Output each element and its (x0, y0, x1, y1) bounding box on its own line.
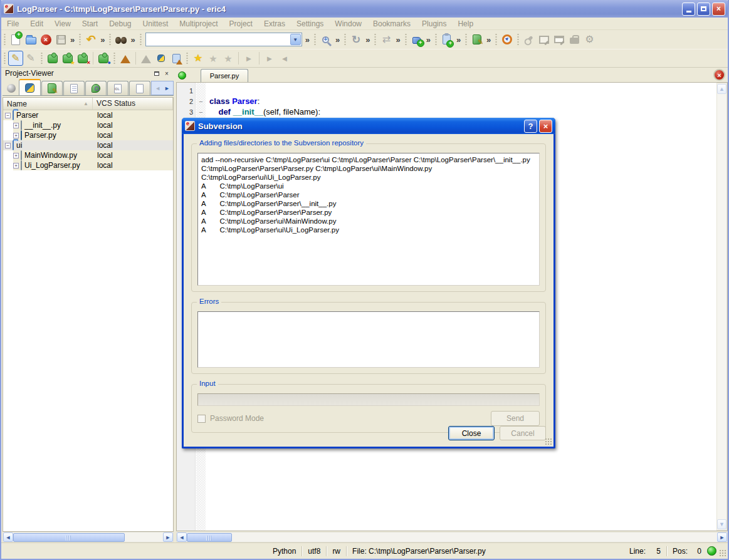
toolbar-handle[interactable] (3, 52, 6, 65)
tab-others[interactable] (129, 81, 150, 95)
refresh-button[interactable]: ↻ (349, 32, 364, 47)
edit-project-button[interactable] (469, 32, 485, 47)
sync-button[interactable]: ⇄ (379, 32, 394, 47)
tab-interfaces[interactable] (107, 81, 128, 95)
tree-expand-icon[interactable]: + (13, 163, 19, 169)
open-file-button[interactable] (23, 32, 38, 47)
toolbar-overflow[interactable]: » (454, 36, 463, 44)
configure-dialog-button[interactable] (552, 32, 567, 47)
resize-grip[interactable] (719, 549, 726, 557)
toolbar-handle[interactable] (3, 33, 6, 46)
toolbar-handle[interactable] (108, 33, 112, 46)
preferences-button[interactable] (522, 32, 537, 47)
errors-textarea[interactable] (197, 311, 540, 368)
menu-window[interactable]: Window (329, 18, 367, 29)
plugin-install-button[interactable]: ★ (60, 51, 75, 66)
tab-scroll-right-button[interactable]: ► (162, 85, 172, 91)
profile-disabled-button[interactable] (139, 51, 154, 66)
dialog-help-button[interactable]: ? (524, 120, 537, 133)
toolbar-handle[interactable] (464, 33, 468, 46)
tree-expand-icon[interactable]: + (13, 133, 19, 138)
coverage-python-button[interactable] (154, 51, 169, 66)
menu-start[interactable]: Start (76, 18, 103, 29)
edit-profile-button[interactable]: ✎ (8, 51, 23, 66)
bookmark-next-button[interactable]: ★ (206, 51, 221, 66)
quicksearch-combobox[interactable]: ▼ (145, 33, 302, 46)
new-task-button[interactable] (439, 32, 454, 47)
table-row[interactable]: + Parser.py local (3, 130, 173, 140)
tab-scroll-left-button[interactable]: ◄ (153, 85, 162, 91)
menu-view[interactable]: View (49, 18, 76, 29)
dock-close-button[interactable]: × (162, 69, 171, 78)
menu-bookmarks[interactable]: Bookmarks (367, 18, 416, 29)
editor-close-button[interactable]: × (713, 69, 725, 81)
scroll-right-icon[interactable]: ► (163, 532, 173, 542)
send-button[interactable]: Send (491, 411, 540, 426)
tree-expand-icon[interactable]: + (13, 123, 19, 128)
bookmark-prev-button[interactable]: ★ (221, 51, 236, 66)
toolbar-handle[interactable] (186, 52, 189, 65)
toolbar-overflow[interactable]: » (485, 36, 493, 44)
fold-marker-icon[interactable]: − (197, 98, 204, 105)
close-dialog-button[interactable]: Close (448, 426, 495, 440)
tab-corner-widget[interactable] (4, 81, 18, 95)
input-field[interactable] (197, 393, 540, 406)
toolbar-handle[interactable] (113, 52, 116, 65)
scroll-left-icon[interactable]: ◄ (3, 532, 13, 542)
toolbar-handle[interactable] (495, 33, 498, 46)
toolbar-overflow[interactable]: » (364, 36, 372, 44)
menu-file[interactable]: File (1, 18, 24, 29)
toolbar-overflow[interactable]: » (394, 36, 402, 44)
bookmark-toggle-button[interactable]: ★ (191, 51, 206, 66)
scrollbar-thumb[interactable] (187, 533, 232, 542)
scroll-right-icon[interactable]: ► (717, 532, 727, 542)
toolbar-handle[interactable] (517, 33, 520, 46)
coverage-report-button[interactable] (169, 51, 184, 66)
table-row[interactable]: − ui local (3, 140, 173, 150)
scrollbar-thumb[interactable] (13, 533, 125, 542)
project-viewer-hscrollbar[interactable]: ◄ ► (3, 532, 174, 542)
debug-profile-button[interactable]: ✎ (23, 51, 38, 66)
prev-change-button[interactable]: ◄ (277, 51, 292, 66)
toolbar-overflow[interactable]: » (424, 36, 433, 44)
column-header-vcs-status[interactable]: VCS Status (93, 98, 173, 110)
plugin-uninstall-button[interactable]: × (75, 51, 90, 66)
tab-parser-py[interactable]: Parser.py (201, 69, 248, 82)
menu-help[interactable]: Help (452, 18, 479, 29)
next-change-button[interactable]: ► (262, 51, 277, 66)
menu-plugins[interactable]: Plugins (416, 18, 452, 29)
menu-multiproject[interactable]: Multiproject (174, 18, 223, 29)
toolbar-handle[interactable] (313, 33, 317, 46)
whats-this-button[interactable] (500, 32, 515, 47)
table-row[interactable]: + Ui_LogParser.py local (3, 160, 173, 170)
configure-viewmanager-button[interactable] (537, 32, 552, 47)
toolbar-handle[interactable] (344, 33, 347, 46)
menu-settings[interactable]: Settings (291, 18, 329, 29)
new-file-button[interactable] (8, 32, 23, 47)
toolbar-handle[interactable] (434, 33, 438, 46)
plugin-infos-button[interactable] (45, 51, 60, 66)
scroll-up-icon[interactable]: ▲ (717, 84, 726, 94)
toolbar-handle[interactable] (374, 33, 377, 46)
tree-collapse-icon[interactable]: − (5, 113, 11, 118)
tree-expand-icon[interactable]: + (13, 153, 19, 158)
toolbar-overflow[interactable]: » (333, 36, 342, 44)
toolbar-overflow[interactable]: » (128, 36, 137, 44)
zoom-button[interactable] (318, 32, 333, 47)
menu-project[interactable]: Project (224, 18, 258, 29)
maximize-button[interactable] (697, 3, 710, 16)
plugin-repository-button[interactable]: ● (96, 51, 111, 66)
editor-vscrollbar[interactable]: ▲ ▼ (716, 83, 727, 531)
close-file-button[interactable]: × (38, 32, 53, 47)
tab-forms[interactable] (41, 81, 63, 95)
dock-float-button[interactable] (152, 69, 161, 78)
table-row[interactable]: + MainWindow.py local (3, 150, 173, 160)
dialog-close-button[interactable]: × (539, 120, 552, 133)
table-row[interactable]: − Parser local (3, 110, 173, 120)
tab-translations[interactable] (63, 81, 85, 95)
combobox-dropdown-button[interactable]: ▼ (290, 34, 301, 45)
minimize-button[interactable] (682, 3, 695, 16)
tab-resources[interactable] (85, 81, 107, 95)
menu-unittest[interactable]: Unittest (137, 18, 174, 29)
toolbar-overflow[interactable]: » (98, 36, 107, 44)
